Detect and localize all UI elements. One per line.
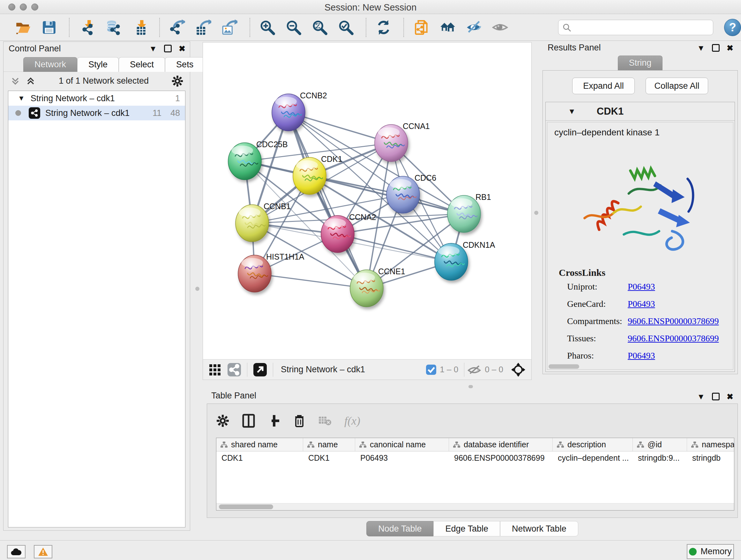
protein-name: CDK1 [597,106,623,117]
column-type-icon [556,441,564,448]
network-collection-label: String Network – cdk1 [30,94,115,104]
column-type-icon [453,441,461,448]
crosslink-link[interactable]: P06493 [628,282,655,292]
table-panel: Table Panel ▼ ✖ [207,390,738,533]
protein-structure-image [547,139,733,267]
panel-menu-icon[interactable]: ▼ [697,44,705,53]
tab-network[interactable]: Network [23,57,77,72]
bottom-splitter-handle[interactable] [468,385,473,388]
section-collapse-triangle-icon[interactable]: ▼ [568,107,576,116]
export-image-icon[interactable] [220,17,239,37]
help-icon[interactable]: ? [724,19,741,36]
zoom-out-icon[interactable] [284,17,303,37]
crosslink-row: Uniprot: P06493 [547,278,733,295]
right-splitter-handle[interactable] [534,211,538,215]
panel-float-icon[interactable] [712,393,720,400]
tab-node-table[interactable]: Node Table [366,521,433,537]
network-canvas[interactable]: CCNB2 CCNA1 CDC25B CDK1 CDC6 RB1 [203,42,532,380]
crosslink-label: Tissues: [567,333,628,344]
memory-button[interactable]: Memory [687,544,734,559]
panel-close-icon[interactable]: ✖ [179,44,185,53]
panel-menu-icon[interactable]: ▼ [149,44,157,53]
column-header-name[interactable]: name [303,438,355,451]
search-input[interactable] [571,22,709,32]
open-session-icon[interactable] [13,17,32,37]
show-all-icon[interactable] [490,17,510,37]
crosslink-link[interactable]: 9606.ENSP00000378699 [628,316,719,326]
open-in-browser-icon[interactable] [253,363,267,377]
toolbar-separator [69,18,70,37]
selected-checkbox-icon[interactable] [426,364,436,375]
add-column-icon[interactable] [268,414,280,428]
delete-column-trash-icon[interactable] [293,414,306,428]
panel-close-icon[interactable]: ✖ [727,44,733,53]
crosslink-link[interactable]: P06493 [628,299,655,309]
panel-close-icon[interactable]: ✖ [727,392,733,401]
column-header-namespace[interactable]: namespace [687,438,734,451]
window-title: Session: New Session [0,2,741,13]
tab-select[interactable]: Select [119,57,165,72]
tab-style[interactable]: Style [77,57,119,72]
table-options-gear-icon[interactable] [216,414,229,428]
protein-details: cyclin–dependent kinase 1 [547,122,733,370]
network-collection-count: 1 [175,94,180,104]
edge-HIST1H1A-CCNE1[interactable] [255,273,367,288]
warnings-button[interactable] [34,545,52,558]
import-table-from-file-icon[interactable] [130,17,149,37]
string-network-graph[interactable]: CCNB2 CCNA1 CDC25B CDK1 CDC6 RB1 [203,43,531,359]
network-row[interactable]: String Network – cdk1 11 48 [8,106,185,120]
table-row[interactable]: CDK1CDK1P064939606.ENSP00000378699cyclin… [216,451,734,465]
tab-sets[interactable]: Sets [165,57,205,72]
tree-expand-triangle-icon[interactable]: ▼ [18,94,25,103]
toolbar-separator [366,18,366,37]
expand-all-networks-icon[interactable] [25,76,36,86]
birdseye-view-icon[interactable] [209,363,222,376]
save-session-icon[interactable] [40,17,59,37]
clone-network-icon[interactable] [412,17,431,37]
zoom-fit-icon[interactable] [310,17,329,37]
edge-CCNB2-CCNE1[interactable] [288,112,367,288]
column-header-id[interactable]: @id [633,438,687,451]
tab-network-table[interactable]: Network Table [500,521,578,537]
first-neighbors-icon[interactable] [438,17,457,37]
zoom-in-icon[interactable] [258,17,277,37]
column-header-canonicalname[interactable]: canonical name [355,438,449,451]
tab-string[interactable]: String [618,56,663,70]
column-header-databaseidentifier[interactable]: database identifier [449,438,553,451]
results-hscroll-thumb[interactable] [549,364,579,369]
panel-menu-icon[interactable]: ▼ [697,392,705,401]
crosslink-link[interactable]: P06493 [628,351,655,361]
left-splitter-handle[interactable] [195,287,199,291]
export-network-icon[interactable] [167,17,187,37]
show-columns-icon[interactable] [242,414,255,428]
fit-content-crosshair-icon[interactable] [511,362,526,377]
panel-float-icon[interactable] [712,44,720,52]
import-network-from-database-icon[interactable] [104,17,123,37]
network-options-gear-icon[interactable] [172,75,184,87]
panel-float-icon[interactable] [164,45,172,52]
collapse-all-networks-icon[interactable] [10,76,21,86]
hidden-eye-icon[interactable] [467,363,482,376]
protein-section-header[interactable]: ▼ CDK1 [546,102,735,121]
expand-all-button[interactable]: Expand All [572,78,635,94]
results-panel-title: Results Panel [548,43,601,52]
zoom-selected-icon[interactable] [336,17,355,37]
tab-edge-table[interactable]: Edge Table [433,521,500,537]
crosslink-link[interactable]: 9606.ENSP00000378699 [628,333,719,344]
search-box[interactable] [558,20,713,35]
export-table-icon[interactable] [194,17,213,37]
network-collection-row[interactable]: ▼ String Network – cdk1 1 [8,91,185,106]
cloud-status-button[interactable] [7,545,25,558]
import-network-from-file-icon[interactable] [77,17,96,37]
network-share-icon[interactable] [227,363,241,377]
column-header-sharedname[interactable]: shared name [216,438,303,451]
table-hscrollbar[interactable] [216,503,734,510]
crosslink-row: Tissues: 9606.ENSP00000378699 [547,330,733,347]
column-header-description[interactable]: description [553,438,633,451]
network-node-count: 11 [152,108,161,118]
table-hscroll-thumb[interactable] [219,504,273,509]
apply-layout-icon[interactable] [374,17,393,37]
collapse-all-button[interactable]: Collapse All [646,78,708,94]
hide-selected-icon[interactable] [464,17,483,37]
table-container: f(x) shared namenamecanonical namedataba… [207,403,738,518]
